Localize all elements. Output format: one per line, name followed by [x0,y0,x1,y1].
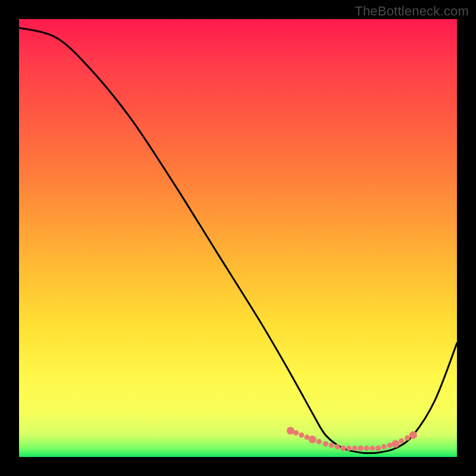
flat-zone-dot [329,443,334,448]
flat-zone-dot [352,446,358,451]
flat-zone-end-dot [409,431,417,439]
flat-zone-dot [323,441,328,446]
flat-zone-end-dot [287,427,295,434]
flat-zone-dot [369,446,375,451]
curve-layer [19,19,457,457]
flat-zone-dot [399,439,404,444]
flat-zone-dot [364,446,369,451]
flat-zone-dot [375,446,381,451]
flat-zone-dot [346,446,352,451]
flat-zone-dot [358,446,364,451]
flat-zone-dot [340,446,346,451]
flat-zone-dot [387,443,393,448]
flat-zone-end-dot [309,436,317,443]
flat-zone-dot [405,436,410,441]
flat-zone-dot [334,444,340,449]
flat-zone-dot [381,444,387,449]
flat-zone-dot [317,439,322,444]
flat-zone-end-dot [392,440,399,447]
flat-zone-dot [299,433,304,438]
bottleneck-curve [19,28,457,453]
attribution-text: TheBottleneck.com [355,4,469,19]
gradient-plot-area [19,19,457,457]
chart-frame: TheBottleneck.com [0,0,476,476]
